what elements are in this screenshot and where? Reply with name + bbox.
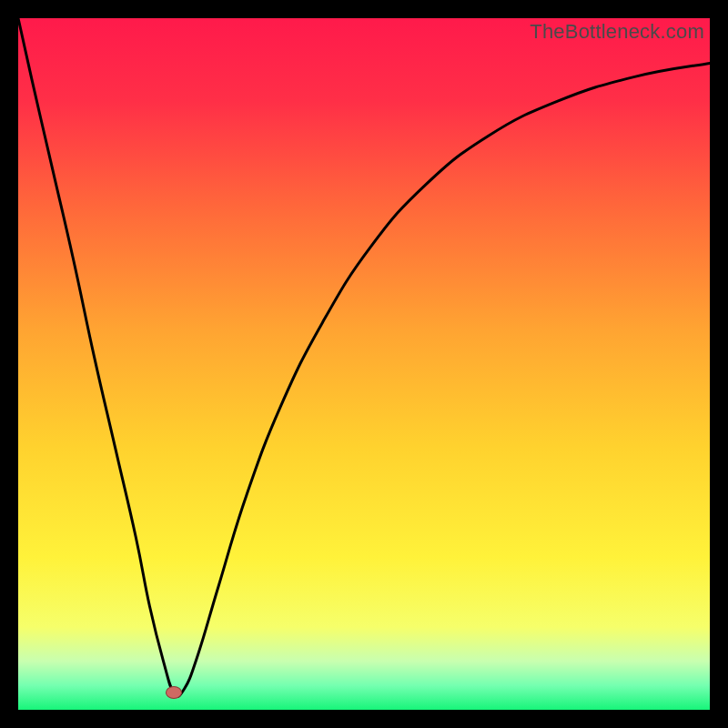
bottleneck-curve — [18, 18, 710, 696]
chart-frame: TheBottleneck.com — [18, 18, 710, 710]
curve-layer — [18, 18, 710, 710]
highlight-marker — [166, 686, 182, 699]
plot-area: TheBottleneck.com — [18, 18, 710, 710]
